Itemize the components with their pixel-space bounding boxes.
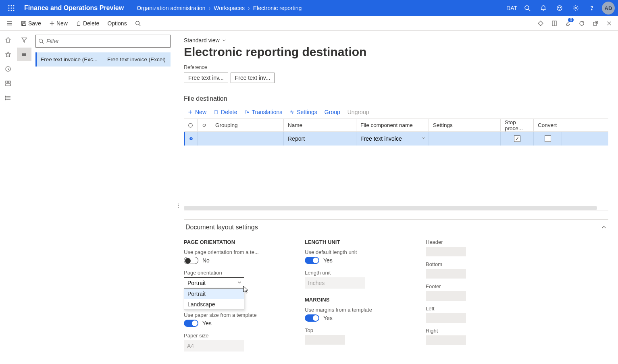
component-input[interactable] bbox=[360, 135, 424, 142]
save-button[interactable]: Save bbox=[17, 16, 45, 31]
use-default-length-toggle[interactable] bbox=[305, 257, 319, 264]
svg-point-15 bbox=[575, 7, 576, 9]
workspace-icon[interactable] bbox=[1, 77, 15, 90]
company-selector[interactable]: DAT bbox=[506, 5, 519, 11]
reference-label: Reference bbox=[184, 64, 608, 70]
grid-settings-button[interactable]: Settings bbox=[289, 109, 317, 115]
close-icon[interactable] bbox=[603, 17, 616, 30]
col-convert[interactable]: Convert bbox=[534, 119, 562, 131]
grid-translations-button[interactable]: Translations bbox=[244, 109, 282, 115]
svg-rect-37 bbox=[6, 84, 10, 86]
splitter-handle[interactable]: ⋮⋮ bbox=[174, 198, 177, 214]
breadcrumb-item[interactable]: Organization administration bbox=[135, 5, 207, 11]
svg-point-3 bbox=[8, 8, 10, 9]
grid-delete-button[interactable]: Delete bbox=[214, 109, 237, 115]
use-margins-toggle[interactable] bbox=[305, 314, 319, 322]
row-settings[interactable] bbox=[429, 132, 501, 146]
home-icon[interactable] bbox=[1, 33, 15, 47]
col-stop[interactable]: Stop proce... bbox=[501, 119, 534, 131]
filter-input[interactable] bbox=[44, 38, 168, 44]
toggle-value: Yes bbox=[323, 315, 333, 321]
reference-field-1[interactable]: Free text inv... bbox=[184, 73, 228, 83]
new-button[interactable]: New bbox=[45, 16, 72, 31]
paper-size-label: Paper size bbox=[184, 333, 281, 339]
user-avatar[interactable]: AD bbox=[602, 2, 615, 15]
grid-group-button[interactable]: Group bbox=[325, 109, 340, 115]
margin-header-input bbox=[426, 247, 466, 256]
col-name[interactable]: Name bbox=[284, 119, 356, 131]
star-icon[interactable] bbox=[1, 48, 15, 61]
list-icon[interactable] bbox=[17, 48, 31, 61]
view-name: Standard view bbox=[184, 37, 220, 44]
doc-layout-title: Document layout settings bbox=[185, 224, 258, 231]
select-all-cell[interactable] bbox=[184, 119, 198, 131]
search-icon[interactable] bbox=[520, 0, 535, 16]
svg-rect-51 bbox=[215, 111, 217, 114]
options-button[interactable]: Options bbox=[103, 16, 131, 31]
delete-button[interactable]: Delete bbox=[72, 16, 103, 31]
use-paper-toggle[interactable] bbox=[184, 320, 198, 327]
app-launcher[interactable] bbox=[3, 0, 19, 16]
help-icon[interactable] bbox=[584, 0, 599, 16]
recent-icon[interactable] bbox=[1, 62, 15, 76]
document-layout-header[interactable]: Document layout settings bbox=[184, 219, 608, 235]
gear-icon[interactable] bbox=[568, 0, 583, 16]
toggle-value: Yes bbox=[323, 257, 333, 264]
use-orientation-toggle[interactable] bbox=[184, 257, 198, 264]
row-name[interactable]: Report bbox=[284, 132, 356, 146]
chevron-down-icon[interactable] bbox=[421, 136, 425, 140]
svg-point-56 bbox=[292, 112, 293, 113]
orientation-dropdown[interactable]: Portrait Landscape bbox=[184, 277, 244, 289]
modules-icon[interactable] bbox=[1, 91, 15, 105]
margin-header-label: Header bbox=[426, 239, 522, 245]
book-icon[interactable] bbox=[548, 17, 561, 30]
row-stop[interactable] bbox=[501, 132, 534, 146]
col-grouping[interactable]: Grouping bbox=[211, 119, 284, 131]
svg-point-7 bbox=[11, 10, 12, 11]
row-grouping[interactable] bbox=[211, 132, 284, 146]
stop-checkbox[interactable] bbox=[514, 135, 520, 142]
grid-new-button[interactable]: New bbox=[188, 109, 206, 115]
dropdown-option-portrait[interactable]: Portrait bbox=[184, 289, 244, 299]
row-component[interactable] bbox=[356, 132, 429, 146]
orientation-label: Page orientation bbox=[184, 270, 281, 276]
emoji-icon[interactable] bbox=[552, 0, 567, 16]
col-component[interactable]: File component name bbox=[356, 119, 429, 131]
notification-icon[interactable] bbox=[536, 0, 551, 16]
svg-point-28 bbox=[135, 21, 139, 25]
view-selector[interactable]: Standard view bbox=[184, 37, 608, 44]
reference-field-2[interactable]: Free text inv... bbox=[231, 73, 275, 83]
list-item-selected[interactable]: Free text invoice (Exc... Free text invo… bbox=[35, 52, 171, 67]
funnel-icon[interactable] bbox=[17, 33, 31, 47]
svg-line-48 bbox=[42, 42, 44, 44]
breadcrumb-item[interactable]: Electronic reporting bbox=[252, 5, 304, 11]
diamond-icon[interactable] bbox=[534, 17, 547, 30]
nav-toggle[interactable] bbox=[2, 16, 17, 31]
app-title: Finance and Operations Preview bbox=[19, 4, 129, 12]
file-destination-header: File destination bbox=[184, 92, 608, 106]
svg-point-0 bbox=[8, 5, 10, 6]
margin-right-label: Right bbox=[426, 328, 522, 334]
cursor-icon bbox=[243, 285, 250, 294]
orientation-dropdown-list: Portrait Landscape bbox=[184, 288, 244, 310]
svg-point-57 bbox=[189, 123, 193, 127]
col-settings[interactable]: Settings bbox=[429, 119, 501, 131]
orientation-input[interactable] bbox=[184, 277, 244, 289]
convert-checkbox[interactable] bbox=[545, 135, 551, 142]
grid-row[interactable]: Report bbox=[185, 132, 608, 146]
search-action[interactable] bbox=[131, 16, 145, 31]
breadcrumb-item[interactable]: Workspaces bbox=[212, 5, 246, 11]
row-convert[interactable] bbox=[534, 132, 562, 146]
popout-icon[interactable] bbox=[589, 17, 602, 30]
svg-point-12 bbox=[557, 6, 562, 10]
chevron-up-icon bbox=[601, 225, 607, 230]
row-selected[interactable] bbox=[185, 132, 198, 146]
dropdown-option-landscape[interactable]: Landscape bbox=[184, 299, 244, 310]
svg-point-5 bbox=[13, 8, 15, 9]
attachments-icon[interactable] bbox=[562, 17, 574, 30]
refresh-icon[interactable] bbox=[575, 17, 588, 30]
grid-scrollbar[interactable] bbox=[184, 206, 597, 210]
search-icon bbox=[38, 38, 44, 44]
refresh-col[interactable] bbox=[198, 119, 211, 131]
filter-input-wrap[interactable] bbox=[35, 35, 171, 48]
